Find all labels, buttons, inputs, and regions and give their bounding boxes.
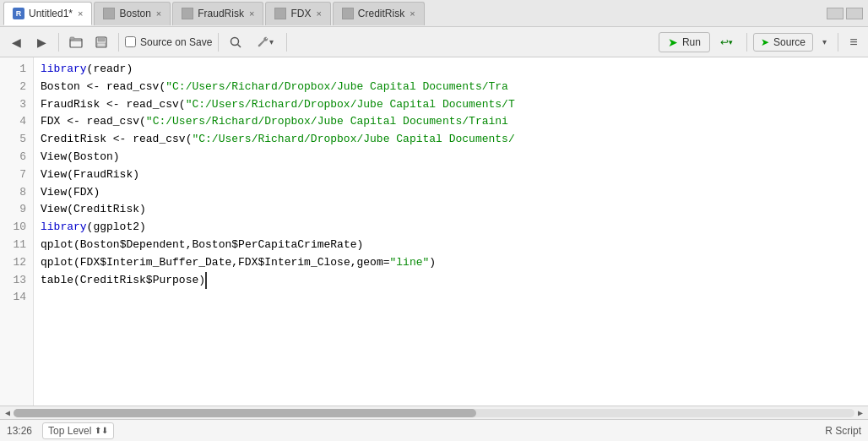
run-button[interactable]: ➤ Run [659,32,710,52]
code-editor[interactable]: library(readr) Boston <- read_csv("C:/Us… [34,57,868,406]
level-selector[interactable]: Top Level ⬆⬇ [42,422,114,439]
separator-4 [286,33,287,52]
scroll-right-button[interactable]: ▶ [854,407,866,419]
code-line-6: View(Boston) [41,149,861,166]
cursor-position: 13:26 [7,425,32,437]
svg-point-5 [231,37,239,45]
status-bar: 13:26 Top Level ⬆⬇ R Script [0,419,868,441]
code-line-11: qplot(Boston$Dependent,Boston$PerCapitaC… [41,237,861,254]
tab-creditrisk-close[interactable]: × [410,8,415,19]
grid-icon-boston [103,8,115,19]
rerun-button[interactable]: ↩ ▾ [713,31,741,53]
tools-dropdown-arrow: ▾ [269,37,274,46]
svg-rect-1 [70,37,74,40]
tab-fraudrisk[interactable]: FraudRisk × [172,2,263,25]
search-icon [229,35,242,49]
separator-6 [838,33,838,52]
search-button[interactable] [225,31,247,53]
save-button[interactable] [90,31,112,53]
r-file-icon: R [13,8,24,19]
tab-creditrisk-label: CreditRisk [358,8,404,19]
tab-fdx-close[interactable]: × [316,8,321,19]
code-line-4: FDX <- read_csv("C:/Users/Richard/Dropbo… [41,113,861,131]
source-dropdown-arrow-icon: ▾ [822,37,827,46]
svg-line-6 [238,44,241,47]
tab-bar: R Untitled1* × Boston × FraudRisk × FDX … [0,0,868,27]
back-button[interactable]: ◀ [5,31,27,53]
tab-fdx[interactable]: FDX × [265,2,330,25]
scroll-thumb[interactable] [14,409,476,417]
editor-container: 1 2 3 4 5 6 7 8 9 10 11 12 13 14 library… [0,57,868,419]
tab-boston-label: Boston [119,8,150,19]
open-button[interactable] [65,31,87,53]
toolbar-right: ➤ Run ↩ ▾ ➤ Source ▾ ≡ [659,31,863,53]
code-line-3: FraudRisk <- read_csv("C:/Users/Richard/… [41,96,861,114]
source-button[interactable]: ➤ Source [753,33,813,52]
code-line-10: library(ggplot2) [41,219,861,237]
source-dropdown-button[interactable]: ▾ [816,31,832,53]
separator-1 [58,33,59,52]
menu-button[interactable]: ≡ [844,31,863,53]
run-arrow-icon: ➤ [668,35,678,49]
source-arrow-icon: ➤ [761,36,769,48]
tab-fraudrisk-close[interactable]: × [249,8,254,19]
svg-rect-3 [98,37,105,41]
tab-boston[interactable]: Boston × [94,2,171,25]
line-numbers: 1 2 3 4 5 6 7 8 9 10 11 12 13 14 [0,57,34,406]
cursor [205,272,207,290]
separator-5 [746,33,747,52]
code-line-8: View(FDX) [41,184,861,202]
scroll-track[interactable] [14,409,854,417]
folder-icon [69,35,83,49]
code-line-13: table(CreditRisk$Purpose) [41,272,861,290]
rerun-icon: ↩ [720,36,729,48]
tab-untitled1[interactable]: R Untitled1* × [3,2,92,25]
window-controls [824,8,868,19]
toolbar: ◀ ▶ Source on Save ▾ ➤ [0,27,868,57]
code-line-1: library(readr) [41,61,861,79]
minimize-button[interactable] [827,8,844,19]
tab-fraudrisk-label: FraudRisk [198,8,244,19]
code-line-12: qplot(FDX$Interim_Buffer_Date,FDX$Interi… [41,254,861,272]
grid-icon-fdx [274,8,286,19]
code-line-14 [41,289,861,307]
source-on-save-label[interactable]: Source on Save [125,36,212,48]
source-on-save-checkbox[interactable] [125,36,136,47]
separator-3 [218,33,219,52]
level-dropdown-icon: ⬆⬇ [95,426,108,435]
code-line-2: Boston <- read_csv("C:/Users/Richard/Dro… [41,79,861,96]
forward-button[interactable]: ▶ [30,31,52,53]
rerun-dropdown: ▾ [729,38,733,46]
save-icon [95,35,108,49]
code-area[interactable]: 1 2 3 4 5 6 7 8 9 10 11 12 13 14 library… [0,57,868,406]
svg-rect-4 [97,43,106,46]
maximize-button[interactable] [846,8,863,19]
hamburger-icon: ≡ [849,35,857,49]
code-line-9: View(CreditRisk) [41,201,861,219]
tab-boston-close[interactable]: × [156,8,161,19]
grid-icon-creditrisk [342,8,354,19]
code-line-5: CreditRisk <- read_csv("C:/Users/Richard… [41,131,861,149]
separator-2 [118,33,119,52]
horizontal-scrollbar[interactable]: ◀ ▶ [0,406,868,419]
wrench-icon [257,36,269,48]
tab-untitled1-close[interactable]: × [78,8,83,19]
scroll-left-button[interactable]: ◀ [2,407,14,419]
grid-icon-fraudrisk [182,8,193,19]
tab-fdx-label: FDX [290,8,311,19]
code-line-7: View(FraudRisk) [41,166,861,184]
tools-button[interactable]: ▾ [250,31,280,53]
tab-untitled1-label: Untitled1* [29,8,73,19]
tab-creditrisk[interactable]: CreditRisk × [333,2,425,25]
level-label: Top Level [48,425,91,437]
script-type: R Script [825,425,861,437]
